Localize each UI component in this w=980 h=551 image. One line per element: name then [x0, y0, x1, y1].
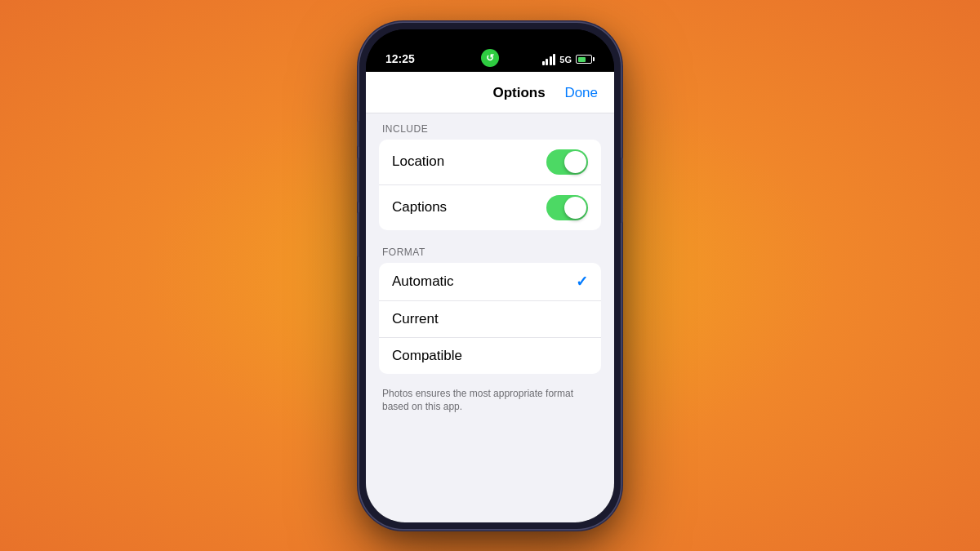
format-automatic[interactable]: Automatic ✓: [379, 263, 601, 301]
network-type: 5G: [559, 55, 572, 64]
captions-row: Captions: [379, 185, 601, 230]
options-sheet: Options Done INCLUDE Location Captions: [366, 72, 614, 522]
sheet-title: Options: [474, 85, 565, 101]
active-app-icon: ↺: [481, 49, 499, 67]
screen-content: 12:25 ↺ 5G: [366, 29, 614, 522]
toggle-knob-captions: [564, 197, 586, 219]
format-hint: Photos ensures the most appropriate form…: [366, 380, 614, 424]
captions-toggle[interactable]: [546, 195, 588, 220]
location-row: Location: [379, 140, 601, 185]
status-bar: 12:25 ↺ 5G: [366, 29, 614, 72]
volume-up-button: [357, 158, 359, 202]
format-group: Automatic ✓ Current Compatible: [379, 263, 601, 374]
battery-fill: [578, 57, 586, 62]
power-button: [621, 158, 623, 223]
format-section-label: FORMAT: [366, 237, 614, 263]
toggle-knob-location: [564, 151, 586, 173]
battery-body: [576, 55, 592, 64]
sheet-header: Options Done: [366, 72, 614, 113]
automatic-checkmark: ✓: [576, 273, 588, 291]
format-automatic-label: Automatic: [392, 273, 454, 290]
battery-icon: [576, 55, 595, 64]
location-label: Location: [392, 153, 444, 170]
battery-tip: [593, 57, 595, 61]
phone-screen: 12:25 ↺ 5G: [366, 29, 614, 522]
format-current[interactable]: Current: [379, 301, 601, 338]
format-current-label: Current: [392, 311, 439, 327]
format-compatible[interactable]: Compatible: [379, 338, 601, 374]
mute-button: [357, 121, 359, 147]
phone-mockup: 12:25 ↺ 5G: [359, 23, 621, 529]
include-section-label: INCLUDE: [366, 113, 614, 140]
status-icons: 5G: [542, 54, 595, 65]
include-group: Location Captions: [379, 140, 601, 230]
volume-down-button: [357, 212, 359, 257]
format-compatible-label: Compatible: [392, 348, 462, 364]
captions-label: Captions: [392, 199, 447, 216]
location-toggle[interactable]: [546, 149, 588, 175]
signal-bars: [542, 54, 556, 65]
done-button[interactable]: Done: [564, 85, 598, 101]
